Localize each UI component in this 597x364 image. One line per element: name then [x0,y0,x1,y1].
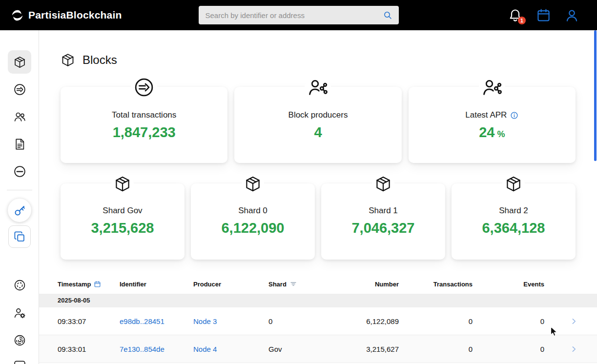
identifier-link[interactable]: 7e130..854de [120,345,165,353]
stat-label: Total transactions [61,110,227,120]
search-input[interactable] [199,11,383,20]
topbar-actions: 1 [508,0,579,30]
person-gear-icon [13,306,26,320]
producer-link[interactable]: Node 3 [193,317,217,325]
spiral-circle-icon [13,334,26,347]
cube-icon [111,173,134,195]
sidebar-item-documents[interactable] [8,132,31,156]
sidebar-divider [7,190,32,190]
stat-card-latest-apr: Latest APR 24% [409,87,576,163]
sidebar-item-transactions[interactable] [8,78,31,101]
cube-icon [372,173,394,195]
shard-card-2: Shard 2 6,364,128 [452,183,576,260]
vertical-scrollbar[interactable] [594,30,597,161]
cell-transactions: 0 [399,345,473,353]
person-nodes-icon [479,74,505,101]
shard-value: 6,364,128 [452,220,576,236]
brand-logo-icon [11,9,24,22]
people-icon [13,110,26,123]
table-header-row: Timestamp Identifier Producer Shard Numb… [39,274,597,294]
cell-timestamp: 09:33:01 [58,345,120,353]
user-icon [564,8,579,23]
table-row[interactable]: 09:33:07 e98db..28451 Node 3 0 6,122,089… [39,307,597,335]
row-chevron-button[interactable] [544,317,581,325]
account-button[interactable] [564,8,579,23]
calendar-icon [536,8,551,23]
topbar: PartisiaBlockchain 1 [0,0,597,30]
shard-value: 3,215,628 [61,220,185,236]
row-chevron-button[interactable] [544,345,581,353]
producer-link[interactable]: Node 4 [193,345,217,353]
arrow-circle-icon [131,74,157,101]
shard-card-0: Shard 0 6,122,090 [191,183,315,260]
sidebar-item-spiral[interactable] [8,328,31,352]
cube-icon [13,56,26,69]
search-box [199,6,399,24]
brand[interactable]: PartisiaBlockchain [11,0,122,30]
shard-card-1: Shard 1 7,046,327 [321,183,445,260]
stats-row: Total transactions 1,847,233 Block produ… [61,87,576,163]
sidebar-item-node-operators[interactable] [8,301,31,324]
column-header-transactions: Transactions [399,281,473,288]
stat-card-block-producers: Block producers 4 [234,87,401,163]
stat-value: 24% [409,124,576,141]
stat-card-total-transactions: Total transactions 1,847,233 [61,87,227,163]
stat-label: Latest APR [409,110,576,120]
sidebar-item-rejected[interactable] [8,160,31,183]
page-title: Blocks [82,53,117,67]
cell-shard: Gov [268,345,322,353]
table-row[interactable]: 09:33:01 7e130..854de Node 4 Gov 3,215,6… [39,335,597,363]
minus-circle-icon [13,165,26,178]
chevron-right-icon [570,317,578,325]
cell-transactions: 0 [399,317,473,325]
notification-badge: 1 [518,17,526,24]
shard-label: Shard 0 [191,206,315,216]
sidebar-item-keys[interactable] [8,199,31,222]
blocks-cube-icon [61,53,75,67]
cube-icon [242,173,264,195]
ellipsis-box-icon [13,358,26,364]
calendar-button[interactable] [536,8,551,23]
notifications-button[interactable]: 1 [508,8,523,23]
cell-number: 6,122,089 [322,317,399,325]
cell-events: 0 [473,345,544,353]
person-nodes-icon [305,74,331,101]
copy-icon [13,230,26,243]
shard-card-gov: Shard Gov 3,215,628 [61,183,185,260]
calendar-small-icon[interactable] [94,281,101,288]
sidebar-item-blocks[interactable] [8,50,31,74]
column-header-number: Number [322,281,399,288]
stat-value: 4 [234,124,401,141]
orbit-circle-icon [13,279,26,292]
stat-label: Block producers [234,110,401,120]
info-icon[interactable] [510,111,518,120]
column-header-shard[interactable]: Shard [268,280,322,288]
page-header: Blocks [61,53,597,67]
shard-value: 6,122,090 [191,220,315,236]
column-header-timestamp[interactable]: Timestamp [58,281,120,288]
date-group-row: 2025-08-05 [39,294,597,307]
document-icon [13,138,26,151]
cell-timestamp: 09:33:07 [58,317,120,325]
sidebar [0,30,39,364]
sidebar-item-contracts[interactable] [8,225,31,248]
shard-label: Shard 2 [452,206,576,216]
arrow-circle-icon [13,83,26,96]
shard-label: Shard 1 [321,206,445,216]
cell-number: 3,215,627 [322,345,399,353]
identifier-link[interactable]: e98db..28451 [120,317,165,325]
sidebar-item-more[interactable] [8,352,31,364]
filter-lines-icon[interactable] [289,280,297,288]
sidebar-item-accounts[interactable] [8,105,31,128]
column-header-identifier: Identifier [120,281,193,288]
stat-value: 1,847,233 [61,124,227,141]
chevron-right-icon [570,345,578,353]
search-icon[interactable] [383,10,392,20]
shard-value: 7,046,327 [321,220,445,236]
cell-events: 0 [473,317,544,325]
main-content: Blocks Total transactions 1,847,233 Bloc… [39,30,597,364]
key-icon [13,204,26,217]
shard-label: Shard Gov [61,206,185,216]
blocks-table: Timestamp Identifier Producer Shard Numb… [39,274,597,363]
sidebar-item-orbit[interactable] [8,273,31,297]
